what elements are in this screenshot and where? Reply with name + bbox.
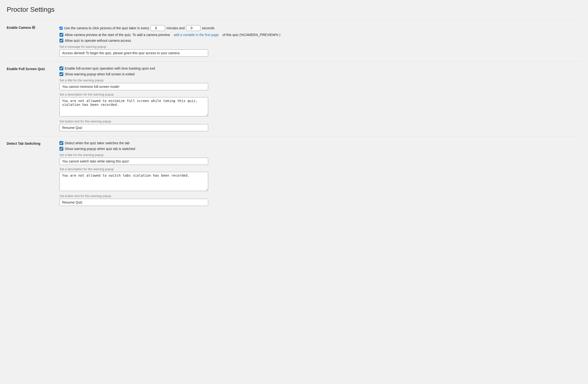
- camera-preview-prefix: Allow camera preview at the start of the…: [65, 33, 170, 37]
- tab-switching-label: Detect Tab Switching: [7, 141, 60, 206]
- tab-switching-label-text: Detect Tab Switching: [7, 142, 41, 145]
- camera-no-access-row: Allow quiz to operate without camera acc…: [60, 39, 581, 43]
- tab-switching-content: Detect when the quiz taker switches the …: [60, 141, 581, 206]
- camera-seconds-label: seconds: [202, 26, 214, 30]
- tab-warning-checkbox[interactable]: [60, 147, 63, 151]
- camera-no-access-label: Allow quiz to operate without camera acc…: [65, 39, 131, 43]
- camera-enable-checkbox[interactable]: [60, 27, 63, 30]
- tab-warning-row: Show warning popup when quiz tab is swit…: [60, 147, 581, 151]
- fullscreen-label: Enable Full Screen Quiz: [7, 67, 60, 131]
- camera-interval-row: Use the camera to click pictures of the …: [60, 25, 581, 31]
- tab-desc-textarea[interactable]: You are not allowed to switch tabs viola…: [60, 172, 208, 191]
- camera-no-access-checkbox[interactable]: [60, 39, 63, 43]
- enable-camera-content: Use the camera to click pictures of the …: [60, 25, 581, 57]
- fullscreen-enable-row: Enable full-screen quiz operation with t…: [60, 67, 581, 70]
- fullscreen-desc-label: Set a description for the warning popup: [60, 93, 581, 96]
- fullscreen-section: Enable Full Screen Quiz Enable full-scre…: [7, 61, 581, 136]
- camera-warning-popup-label: Set a message for warning popup: [60, 45, 581, 48]
- tab-detect-label: Detect when the quiz taker switches the …: [65, 141, 129, 145]
- camera-variable-link[interactable]: add a variable in the first page: [174, 33, 219, 37]
- camera-warning-popup-input[interactable]: [60, 49, 208, 57]
- fullscreen-enable-label: Enable full-screen quiz operation with t…: [65, 67, 155, 70]
- tab-title-input[interactable]: [60, 158, 208, 165]
- fullscreen-button-input[interactable]: [60, 124, 208, 131]
- enable-camera-section: Enable Camera ? Use the camera to click …: [7, 20, 581, 61]
- page-title: Proctor Settings: [7, 6, 581, 13]
- tab-detect-row: Detect when the quiz taker switches the …: [60, 141, 581, 145]
- help-icon[interactable]: ?: [32, 26, 35, 29]
- fullscreen-title-input[interactable]: [60, 83, 208, 90]
- fullscreen-content: Enable full-screen quiz operation with t…: [60, 67, 581, 131]
- tab-detect-checkbox[interactable]: [60, 141, 63, 145]
- tab-warning-label: Show warning popup when quiz tab is swit…: [65, 147, 135, 151]
- camera-preview-checkbox[interactable]: [60, 33, 63, 37]
- camera-preview-row: Allow camera preview at the start of the…: [60, 33, 581, 37]
- fullscreen-enable-checkbox[interactable]: [60, 67, 63, 70]
- fullscreen-warning-row: Show warning popup when full screen is e…: [60, 72, 581, 76]
- tab-switching-section: Detect Tab Switching Detect when the qui…: [7, 136, 581, 211]
- tab-desc-label: Set a description for the warning popup: [60, 167, 581, 171]
- fullscreen-desc-textarea[interactable]: You are not allowed to minimize full scr…: [60, 97, 208, 116]
- enable-camera-label: Enable Camera ?: [7, 25, 60, 57]
- camera-seconds-input[interactable]: [186, 25, 200, 31]
- fullscreen-label-text: Enable Full Screen Quiz: [7, 67, 45, 71]
- fullscreen-button-label: Set button text for this warning popup: [60, 119, 581, 123]
- camera-preview-suffix: of this quiz (%CAMERA_PREVIEW% ): [223, 33, 280, 37]
- camera-interval-prefix: Use the camera to click pictures of the …: [64, 26, 149, 30]
- tab-title-label: Set a title for the warning popup: [60, 153, 581, 157]
- camera-minutes-label: minutes and: [167, 26, 185, 30]
- camera-minutes-input[interactable]: [151, 25, 165, 31]
- enable-camera-text: Enable Camera: [7, 26, 31, 29]
- tab-button-label: Set button text for this warning popup: [60, 194, 581, 198]
- fullscreen-warning-checkbox[interactable]: [60, 72, 63, 76]
- tab-button-input[interactable]: [60, 199, 208, 206]
- fullscreen-title-label: Set a title for the warning popup: [60, 78, 581, 82]
- fullscreen-warning-label: Show warning popup when full screen is e…: [65, 72, 135, 76]
